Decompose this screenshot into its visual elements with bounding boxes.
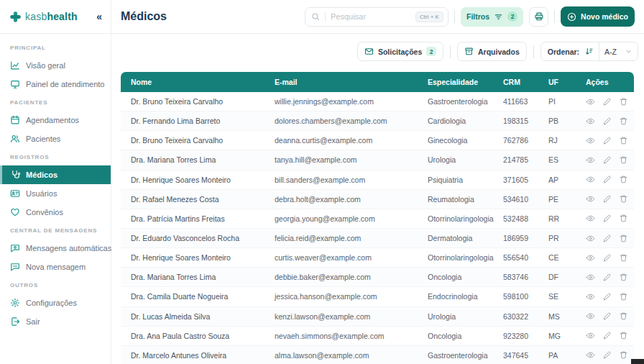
cell-email: willie.jennings@example.com bbox=[275, 97, 428, 106]
eye-icon bbox=[586, 350, 595, 360]
delete-button[interactable] bbox=[619, 155, 628, 165]
search-placeholder: Pesquisar bbox=[331, 12, 410, 21]
cell-email: dolores.chambers@example.com bbox=[275, 117, 428, 125]
delete-button[interactable] bbox=[619, 234, 628, 243]
table-row[interactable]: Dra. Ana Paula Castro Souza nevaeh.simmo… bbox=[121, 327, 634, 346]
delete-button[interactable] bbox=[619, 136, 628, 145]
sort-divider bbox=[599, 42, 599, 60]
table-row[interactable]: Dr. Bruno Teixeira Carvalho deanna.curti… bbox=[121, 131, 634, 150]
table-row[interactable]: Dra. Camila Duarte Nogueira jessica.hans… bbox=[121, 287, 634, 306]
filters-button[interactable]: Filtros 2 bbox=[461, 7, 523, 27]
requests-button[interactable]: Solicitações 2 bbox=[357, 42, 443, 61]
table-row[interactable]: Dra. Mariana Torres Lima tanya.hill@exam… bbox=[121, 150, 634, 170]
table-row[interactable]: Dra. Patrícia Martins Freitas georgia.yo… bbox=[121, 209, 634, 229]
delete-button[interactable] bbox=[619, 292, 628, 301]
table-row[interactable]: Dr. Henrique Soares Monteiro bill.sander… bbox=[121, 170, 634, 190]
sidebar-item-agendamentos[interactable]: Agendamentos bbox=[0, 111, 111, 129]
pencil-icon bbox=[602, 331, 612, 340]
sidebar-item-pacientes[interactable]: Pacientes bbox=[0, 129, 111, 148]
edit-button[interactable] bbox=[602, 350, 612, 360]
sidebar-section-title: PACIENTES bbox=[0, 94, 111, 111]
delete-button[interactable] bbox=[619, 350, 628, 360]
view-button[interactable] bbox=[586, 331, 595, 340]
view-button[interactable] bbox=[586, 175, 595, 184]
brand-logo[interactable]: kasbhealth bbox=[9, 11, 78, 23]
edit-button[interactable] bbox=[602, 175, 612, 184]
sidebar-item-convenios[interactable]: Convênios bbox=[0, 203, 111, 222]
cell-crm: 583746 bbox=[503, 273, 548, 281]
table-row[interactable]: Dr. Rafael Menezes Costa debra.holt@exam… bbox=[121, 190, 634, 209]
row-actions bbox=[586, 155, 634, 165]
cell-crm: 762786 bbox=[503, 136, 548, 145]
edit-button[interactable] bbox=[602, 311, 612, 321]
horizontal-scrollbar-thumb[interactable] bbox=[631, 359, 644, 364]
sort-control[interactable]: Ordenar: A-Z bbox=[540, 42, 638, 61]
sidebar-collapse-button[interactable]: « bbox=[96, 12, 102, 22]
delete-button[interactable] bbox=[619, 311, 628, 321]
view-button[interactable] bbox=[586, 117, 595, 126]
view-button[interactable] bbox=[586, 97, 595, 106]
delete-button[interactable] bbox=[619, 273, 628, 282]
delete-button[interactable] bbox=[619, 331, 628, 340]
sidebar-item-nova-mensagem[interactable]: Nova mensagem bbox=[0, 258, 111, 276]
cell-especialidade: Ginecologia bbox=[428, 136, 503, 145]
archived-button[interactable]: Arquivados bbox=[457, 42, 527, 61]
edit-button[interactable] bbox=[602, 234, 612, 243]
cell-nome: Dr. Eduardo Vasconcelos Rocha bbox=[121, 234, 275, 242]
edit-button[interactable] bbox=[602, 155, 612, 165]
cell-especialidade: Urologia bbox=[428, 155, 503, 164]
cell-email: tanya.hill@example.com bbox=[275, 155, 428, 164]
edit-button[interactable] bbox=[602, 194, 612, 204]
table-row[interactable]: Dr. Lucas Almeida Silva kenzi.lawson@exa… bbox=[121, 307, 634, 327]
edit-button[interactable] bbox=[602, 253, 612, 263]
table-row[interactable]: Dr. Marcelo Antunes Oliveira alma.lawson… bbox=[121, 346, 634, 364]
table-row[interactable]: Dr. Bruno Teixeira Carvalho willie.jenni… bbox=[121, 92, 634, 112]
edit-button[interactable] bbox=[602, 97, 612, 106]
sidebar-item-configuracoes[interactable]: Configurações bbox=[0, 294, 111, 312]
column-header-uf: UF bbox=[548, 78, 586, 86]
view-button[interactable] bbox=[586, 292, 595, 301]
cell-crm: 347645 bbox=[503, 351, 548, 360]
view-button[interactable] bbox=[586, 350, 595, 360]
sidebar-item-label: Pacientes bbox=[26, 135, 60, 143]
search-input[interactable]: Pesquisar Ctrl + K bbox=[305, 7, 448, 27]
delete-button[interactable] bbox=[619, 117, 628, 126]
sidebar-item-medicos[interactable]: Médicos bbox=[0, 165, 111, 184]
delete-button[interactable] bbox=[619, 253, 628, 263]
table-row[interactable]: Dr. Henrique Soares Monteiro curtis.weav… bbox=[121, 248, 634, 268]
table-row[interactable]: Dra. Mariana Torres Lima debbie.baker@ex… bbox=[121, 268, 634, 287]
edit-button[interactable] bbox=[602, 214, 612, 223]
view-button[interactable] bbox=[586, 136, 595, 145]
sidebar-item-painel-de-atendimento[interactable]: Painel de atendimento bbox=[0, 75, 111, 94]
delete-button[interactable] bbox=[619, 214, 628, 223]
sidebar-item-usuarios[interactable]: Usuários bbox=[0, 184, 111, 203]
table-row[interactable]: Dr. Eduardo Vasconcelos Rocha felicia.re… bbox=[121, 229, 634, 248]
sidebar-item-sair[interactable]: Sair bbox=[0, 312, 111, 331]
sidebar-item-visao-geral[interactable]: Visão geral bbox=[0, 56, 111, 75]
view-button[interactable] bbox=[586, 273, 595, 282]
sidebar-item-label: Visão geral bbox=[26, 61, 65, 70]
cell-crm: 556540 bbox=[503, 253, 548, 262]
table-row[interactable]: Dr. Fernando Lima Barreto dolores.chambe… bbox=[121, 112, 634, 131]
edit-button[interactable] bbox=[602, 331, 612, 340]
print-button[interactable] bbox=[529, 7, 548, 27]
view-button[interactable] bbox=[586, 311, 595, 321]
delete-button[interactable] bbox=[619, 97, 628, 106]
view-button[interactable] bbox=[586, 234, 595, 243]
delete-button[interactable] bbox=[619, 175, 628, 184]
edit-button[interactable] bbox=[602, 136, 612, 145]
search-icon bbox=[311, 12, 320, 21]
view-button[interactable] bbox=[586, 194, 595, 204]
sidebar-item-mensagens-automaticas[interactable]: Mensagens automáticas bbox=[0, 239, 111, 258]
new-doctor-button[interactable]: Novo médico bbox=[561, 6, 635, 27]
edit-button[interactable] bbox=[602, 292, 612, 301]
edit-button[interactable] bbox=[602, 117, 612, 126]
delete-button[interactable] bbox=[619, 194, 628, 204]
cell-nome: Dra. Mariana Torres Lima bbox=[121, 155, 275, 164]
secondary-toolbar: Solicitações 2 Arquivados Ordenar: A-Z bbox=[357, 42, 638, 61]
cell-especialidade: Endocrinologia bbox=[428, 292, 503, 301]
view-button[interactable] bbox=[586, 214, 595, 223]
view-button[interactable] bbox=[586, 253, 595, 263]
view-button[interactable] bbox=[586, 155, 595, 165]
edit-button[interactable] bbox=[602, 273, 612, 282]
